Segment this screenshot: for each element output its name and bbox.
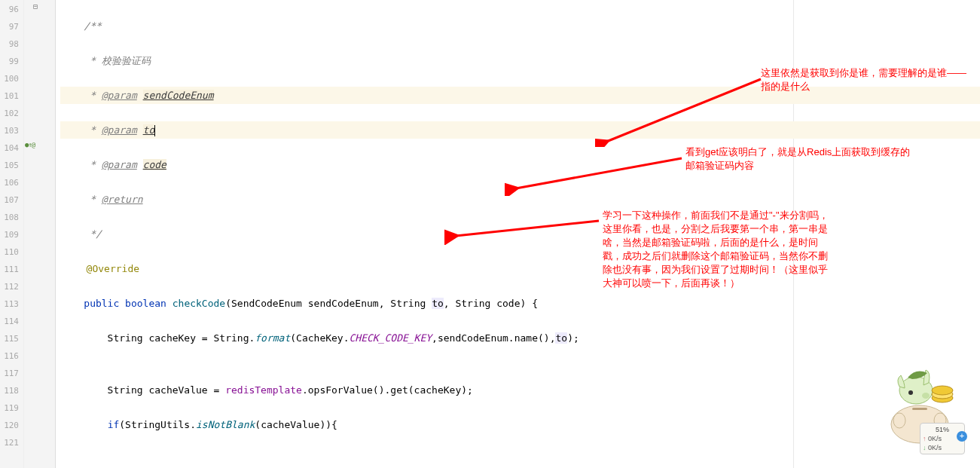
svg-point-7 <box>908 390 913 395</box>
annotation-1: 这里依然是获取到你是谁，需要理解的是谁——指的是什么 <box>761 66 972 93</box>
fold-icon[interactable]: ⊟ <box>33 2 38 11</box>
inner-gutter <box>24 0 56 468</box>
override-marker[interactable]: ●↑@ <box>25 141 35 148</box>
gutter-numbers: 96 97 98 99 100 101 102 103 104 105 106 … <box>0 0 23 451</box>
svg-point-4 <box>893 413 905 428</box>
line-gutter: 96 97 98 99 100 101 102 103 104 105 106 … <box>0 0 24 468</box>
mascot-widget[interactable]: + 51% ↑ 0K/s ↓ 0K/s <box>875 356 965 454</box>
svg-point-11 <box>932 386 953 395</box>
cpu-percent: 51% <box>923 425 962 434</box>
svg-rect-12 <box>912 408 927 410</box>
download-speed: ↓ 0K/s <box>923 443 962 452</box>
svg-point-8 <box>922 393 930 399</box>
text-cursor <box>154 125 155 136</box>
annotation-3: 学习一下这种操作，前面我们不是通过"-"来分割吗，这里你看，也是，分割之后我要第… <box>603 209 829 290</box>
net-speed-panel[interactable]: + 51% ↑ 0K/s ↓ 0K/s <box>920 423 965 454</box>
plus-badge-icon[interactable]: + <box>957 431 967 442</box>
annotation-2: 看到get应该明白了，就是从Redis上面获取到缓存的邮箱验证码内容 <box>685 145 911 173</box>
